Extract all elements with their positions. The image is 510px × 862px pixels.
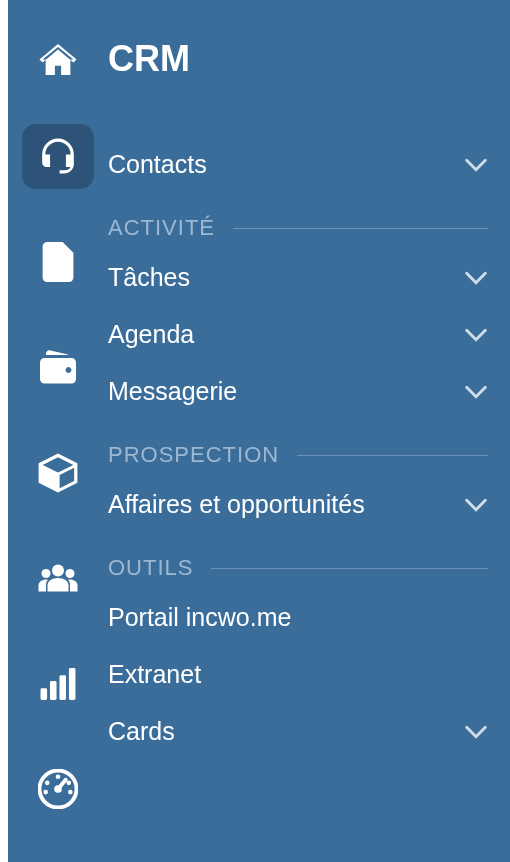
svg-point-1	[42, 569, 51, 578]
page-title: CRM	[108, 38, 488, 80]
menu-item-extranet[interactable]: Extranet	[108, 646, 488, 703]
nav-dashboard[interactable]	[22, 757, 94, 823]
menu-item-contacts[interactable]: Contacts	[108, 136, 488, 193]
section-header-activite: ACTIVITÉ	[108, 193, 488, 249]
nav-reports[interactable]	[22, 651, 94, 717]
box-icon	[37, 453, 79, 493]
svg-point-2	[66, 569, 75, 578]
svg-rect-4	[50, 681, 57, 700]
left-edge-strip	[0, 0, 8, 862]
svg-point-12	[43, 790, 48, 795]
chevron-down-icon	[464, 328, 488, 342]
chart-icon	[40, 668, 76, 700]
document-icon	[42, 242, 74, 282]
menu-item-label: Messagerie	[108, 377, 237, 406]
section-header-label: PROSPECTION	[108, 442, 279, 468]
menu-item-label: Tâches	[108, 263, 190, 292]
section-header-label: ACTIVITÉ	[108, 215, 215, 241]
menu-item-label: Extranet	[108, 660, 201, 689]
menu-item-label: Contacts	[108, 150, 207, 179]
nav-team[interactable]	[22, 546, 94, 612]
divider	[233, 228, 488, 229]
menu-item-portail[interactable]: Portail incwo.me	[108, 589, 488, 646]
svg-point-13	[68, 790, 73, 795]
chevron-down-icon	[464, 271, 488, 285]
icon-column	[8, 0, 108, 862]
section-header-outils: OUTILS	[108, 533, 488, 589]
menu-item-label: Affaires et opportunités	[108, 490, 365, 519]
menu-item-taches[interactable]: Tâches	[108, 249, 488, 306]
svg-point-10	[66, 781, 71, 786]
menu-item-cards[interactable]: Cards	[108, 703, 488, 760]
menu-item-messagerie[interactable]: Messagerie	[108, 363, 488, 420]
wallet-icon	[38, 349, 78, 385]
menu-item-label: Agenda	[108, 320, 194, 349]
menu-item-label: Cards	[108, 717, 175, 746]
sidebar: CRM Contacts ACTIVITÉ Tâches	[8, 0, 510, 862]
svg-point-9	[45, 781, 50, 786]
content-column: CRM Contacts ACTIVITÉ Tâches	[108, 0, 510, 862]
nav-crm[interactable]	[22, 124, 94, 190]
chevron-down-icon	[464, 385, 488, 399]
svg-point-0	[52, 565, 64, 577]
menu-item-label: Portail incwo.me	[108, 603, 291, 632]
chevron-down-icon	[464, 498, 488, 512]
home-icon	[39, 44, 77, 78]
section-header-label: OUTILS	[108, 555, 193, 581]
svg-rect-6	[69, 668, 76, 700]
svg-rect-5	[59, 675, 66, 700]
section-header-prospection: PROSPECTION	[108, 420, 488, 476]
headset-icon	[39, 137, 77, 175]
users-icon	[37, 563, 79, 593]
nav-documents[interactable]	[22, 229, 94, 295]
nav-home[interactable]	[22, 28, 94, 94]
nav-products[interactable]	[22, 440, 94, 506]
dashboard-icon	[38, 769, 78, 809]
chevron-down-icon	[464, 158, 488, 172]
divider	[297, 455, 488, 456]
svg-rect-3	[41, 688, 48, 700]
svg-point-11	[56, 775, 61, 780]
chevron-down-icon	[464, 725, 488, 739]
menu-item-agenda[interactable]: Agenda	[108, 306, 488, 363]
nav-wallet[interactable]	[22, 335, 94, 401]
divider	[211, 568, 488, 569]
menu-item-affaires[interactable]: Affaires et opportunités	[108, 476, 488, 533]
